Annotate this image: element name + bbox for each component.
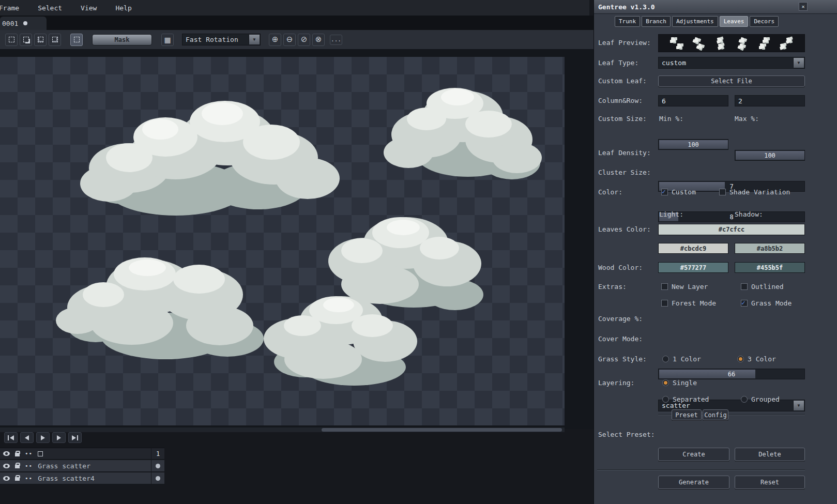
max-size-slider[interactable]: 100 bbox=[735, 150, 805, 161]
lock-header-icon[interactable] bbox=[15, 453, 20, 456]
tab-decors[interactable]: Decors bbox=[750, 16, 779, 27]
sprite-canvas[interactable] bbox=[0, 57, 565, 425]
three-color-radio[interactable] bbox=[737, 356, 744, 362]
column-input[interactable]: 6 bbox=[658, 95, 728, 106]
new-layer-checkbox[interactable] bbox=[661, 283, 668, 290]
custom-color-checkbox[interactable]: ✓ bbox=[661, 189, 668, 195]
reset-button[interactable]: Reset bbox=[735, 476, 805, 489]
no-symmetry-button[interactable]: ⊗ bbox=[312, 34, 325, 46]
layer-visibility-icon[interactable] bbox=[3, 476, 10, 481]
leaves-color-shadow-swatch[interactable]: #a8b5b2 bbox=[735, 243, 805, 254]
grouped-radio-label[interactable]: Grouped bbox=[751, 395, 780, 404]
outlined-checkbox-label[interactable]: Outlined bbox=[751, 283, 784, 291]
mask-button[interactable]: Mask bbox=[92, 34, 152, 45]
grouped-radio[interactable] bbox=[741, 396, 748, 403]
forest-mode-checkbox[interactable] bbox=[661, 300, 668, 307]
snap-button[interactable]: ⊖ bbox=[283, 34, 296, 46]
custom-color-checkbox-label[interactable]: Custom bbox=[672, 188, 696, 196]
layer-link-icon[interactable]: •• bbox=[25, 463, 33, 469]
grass-mode-checkbox[interactable]: ✓ bbox=[741, 300, 748, 307]
layer-row[interactable]: •• Grass scatter bbox=[0, 460, 164, 472]
separated-radio[interactable] bbox=[662, 396, 669, 403]
coverage-slider[interactable]: 66 bbox=[658, 369, 805, 379]
layer-name[interactable]: Grass scatter bbox=[38, 462, 164, 470]
single-radio[interactable] bbox=[662, 379, 669, 386]
create-button[interactable]: Create bbox=[658, 448, 729, 461]
grid-button[interactable]: ▦ bbox=[161, 34, 174, 46]
layer-link-icon[interactable]: •• bbox=[25, 475, 33, 482]
selection-add-button[interactable] bbox=[20, 34, 32, 46]
frame-column-header[interactable]: 1 bbox=[151, 448, 164, 459]
cel-cell[interactable] bbox=[151, 472, 164, 484]
sprite-tab[interactable]: 0001 bbox=[0, 17, 47, 30]
canvas-viewport bbox=[0, 50, 593, 429]
panel-tabs: Trunk Branch Adjustments Leaves Decors bbox=[615, 16, 779, 27]
shade-variation-checkbox-label[interactable]: Shade Variation bbox=[729, 188, 790, 196]
next-frame-icon bbox=[57, 435, 61, 440]
one-color-radio-label[interactable]: 1 Color bbox=[673, 355, 701, 363]
last-frame-button[interactable] bbox=[68, 432, 82, 443]
next-frame-button[interactable] bbox=[52, 432, 66, 443]
options-header-icon[interactable] bbox=[38, 451, 43, 456]
new-layer-checkbox-label[interactable]: New Layer bbox=[672, 283, 708, 291]
chevron-down-icon[interactable]: ▼ bbox=[793, 401, 804, 410]
forest-mode-checkbox-label[interactable]: Forest Mode bbox=[672, 299, 716, 308]
menu-help[interactable]: Help bbox=[112, 3, 134, 13]
generate-button[interactable]: Generate bbox=[658, 476, 729, 489]
menu-view[interactable]: View bbox=[78, 3, 100, 13]
menu-select[interactable]: Select bbox=[35, 3, 65, 13]
menu-frame[interactable]: Frame bbox=[0, 3, 22, 13]
tab-trunk[interactable]: Trunk bbox=[615, 16, 640, 27]
delete-button[interactable]: Delete bbox=[735, 448, 805, 461]
layer-lock-icon[interactable] bbox=[15, 465, 20, 468]
separated-radio-label[interactable]: Separated bbox=[673, 395, 709, 404]
leaves-color-light-swatch[interactable]: #cbcdc9 bbox=[658, 243, 728, 254]
preset-button[interactable]: Preset bbox=[672, 409, 702, 420]
chevron-down-icon[interactable]: ▼ bbox=[793, 58, 804, 68]
selection-subtract-button[interactable] bbox=[34, 34, 47, 46]
row-input[interactable]: 2 bbox=[735, 95, 805, 106]
coverage-value: 66 bbox=[659, 369, 804, 379]
playback-controls bbox=[4, 432, 82, 443]
layer-row[interactable]: •• Grass scatter4 bbox=[0, 472, 164, 484]
pivot-button[interactable]: ⊕ bbox=[269, 34, 281, 46]
grid-icon: ▦ bbox=[164, 36, 171, 43]
grass-mode-checkbox-label[interactable]: Grass Mode bbox=[751, 299, 792, 308]
three-color-radio-label[interactable]: 3 Color bbox=[748, 355, 776, 363]
wood-color-shadow-swatch[interactable]: #455b5f bbox=[735, 262, 805, 273]
min-size-slider[interactable]: 100 bbox=[658, 139, 728, 150]
rotation-algorithm-dropdown[interactable]: Fast Rotation ▼ bbox=[182, 34, 261, 45]
play-button[interactable] bbox=[36, 432, 50, 443]
horizontal-scrollbar[interactable] bbox=[0, 427, 565, 432]
scrollbar-thumb[interactable] bbox=[322, 428, 561, 432]
no-fill-button[interactable]: ⊘ bbox=[298, 34, 310, 46]
tab-branch[interactable]: Branch bbox=[642, 16, 671, 27]
config-button[interactable]: Config bbox=[703, 409, 728, 420]
more-options-button[interactable]: ... bbox=[330, 35, 342, 45]
cel-cell[interactable] bbox=[151, 460, 164, 471]
marquee-tool-button[interactable] bbox=[70, 34, 83, 46]
selection-replace-button[interactable] bbox=[5, 34, 18, 46]
tab-leaves[interactable]: Leaves bbox=[720, 16, 749, 27]
coverage-label: Coverage %: bbox=[598, 315, 643, 323]
layer-name[interactable]: Grass scatter4 bbox=[38, 475, 164, 482]
shade-variation-checkbox[interactable] bbox=[719, 189, 726, 195]
eye-header-icon[interactable] bbox=[3, 451, 10, 456]
layer-lock-icon[interactable] bbox=[15, 477, 20, 481]
leaves-color-main-swatch[interactable]: #c7cfcc bbox=[658, 224, 805, 235]
first-frame-button[interactable] bbox=[4, 432, 18, 443]
selection-intersect-button[interactable] bbox=[49, 34, 61, 46]
leaf-type-dropdown[interactable]: custom ▼ bbox=[658, 57, 805, 69]
tab-adjustments[interactable]: Adjustments bbox=[672, 16, 718, 27]
link-header-icon[interactable]: •• bbox=[25, 450, 33, 457]
prev-frame-button[interactable] bbox=[20, 432, 34, 443]
layer-visibility-icon[interactable] bbox=[3, 464, 10, 468]
outlined-checkbox[interactable] bbox=[741, 283, 748, 290]
play-icon bbox=[41, 435, 45, 440]
chevron-down-icon[interactable]: ▼ bbox=[249, 35, 260, 44]
close-icon[interactable]: ✕ bbox=[799, 2, 808, 11]
wood-color-light-swatch[interactable]: #577277 bbox=[658, 262, 728, 273]
single-radio-label[interactable]: Single bbox=[673, 379, 697, 387]
select-file-button[interactable]: Select File bbox=[658, 75, 805, 87]
one-color-radio[interactable] bbox=[662, 356, 669, 362]
